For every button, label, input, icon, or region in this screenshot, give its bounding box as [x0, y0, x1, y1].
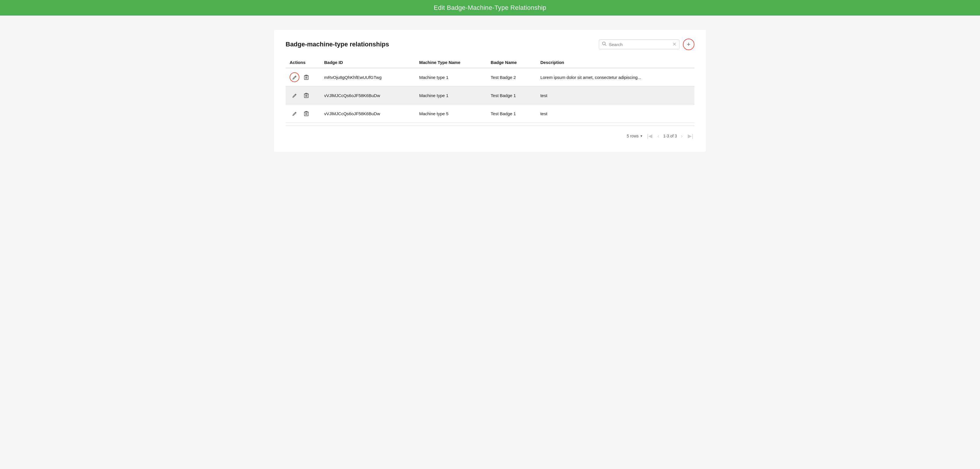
table-header-row: Badge-machine-type relationships ✕ + [286, 38, 694, 50]
col-badge-name: Badge Name [487, 57, 536, 68]
rows-per-page-selector[interactable]: 5 rows ▼ [627, 134, 643, 138]
col-badge-id: Badge ID [320, 57, 415, 68]
first-page-icon: |◀ [647, 133, 652, 139]
pencil-icon [293, 75, 297, 80]
trash-icon [304, 111, 309, 116]
table-column-headers: Actions Badge ID Machine Type Name Badge… [286, 57, 694, 68]
cell-description: test [536, 105, 694, 123]
add-relationship-button[interactable]: + [683, 38, 694, 50]
cell-machine-type-name: Machine type 1 [415, 68, 487, 86]
rows-dropdown-arrow-icon: ▼ [640, 134, 643, 138]
prev-page-button[interactable]: ‹ [656, 132, 660, 140]
cell-machine-type-name: Machine type 5 [415, 105, 487, 123]
cell-badge-name: Test Badge 2 [487, 68, 536, 86]
pencil-icon [293, 93, 297, 98]
actions-cell [286, 105, 320, 123]
cell-machine-type-name: Machine type 1 [415, 86, 487, 105]
search-clear-icon[interactable]: ✕ [673, 42, 676, 47]
table-section-title: Badge-machine-type relationships [286, 41, 389, 48]
first-page-button[interactable]: |◀ [646, 132, 654, 140]
actions-cell [286, 86, 320, 105]
search-wrapper: ✕ [599, 40, 679, 49]
cell-badge-name: Test Badge 1 [487, 105, 536, 123]
edit-button[interactable] [290, 72, 299, 82]
search-icon [602, 41, 606, 47]
main-content: Badge-machine-type relationships ✕ + Act… [274, 30, 706, 152]
table-controls: ✕ + [599, 38, 694, 50]
search-input[interactable] [609, 42, 670, 47]
cell-description: test [536, 86, 694, 105]
prev-page-icon: ‹ [657, 133, 659, 139]
trash-icon [304, 75, 309, 80]
table-row: mRvOju8gQhKhfEwUUfGTwgMachine type 1Test… [286, 68, 694, 86]
col-machine-type-name: Machine Type Name [415, 57, 487, 68]
table-row: vVJlMJCcQs6oJF58K6BuDwMachine type 5Test… [286, 105, 694, 123]
edit-button[interactable] [290, 108, 299, 118]
next-page-button[interactable]: › [680, 132, 684, 140]
last-page-icon: ▶| [688, 133, 693, 139]
delete-button[interactable] [304, 93, 309, 98]
last-page-button[interactable]: ▶| [687, 132, 694, 140]
page-title: Edit Badge-Machine-Type Relationship [434, 4, 546, 11]
col-actions: Actions [286, 57, 320, 68]
delete-button[interactable] [304, 111, 309, 116]
pencil-icon [293, 112, 297, 116]
cell-badge-name: Test Badge 1 [487, 86, 536, 105]
actions-cell [286, 68, 320, 86]
relationships-table: Actions Badge ID Machine Type Name Badge… [286, 57, 694, 123]
svg-line-1 [605, 45, 606, 46]
cell-description: Lorem ipsum dolor sit amet, consectetur … [536, 68, 694, 86]
page-header: Edit Badge-Machine-Type Relationship [0, 0, 980, 16]
cell-badge-id: mRvOju8gQhKhfEwUUfGTwg [320, 68, 415, 86]
trash-icon [304, 93, 309, 98]
table-row: vVJlMJCcQs6oJF58K6BuDwMachine type 1Test… [286, 86, 694, 105]
cell-badge-id: vVJlMJCcQs6oJF58K6BuDw [320, 86, 415, 105]
edit-button[interactable] [290, 91, 299, 100]
col-description: Description [536, 57, 694, 68]
rows-per-page-label: 5 rows [627, 134, 638, 138]
page-info: 1-3 of 3 [663, 134, 677, 138]
pagination-row: 5 rows ▼ |◀ ‹ 1-3 of 3 › ▶| [286, 126, 694, 140]
next-page-icon: › [681, 133, 682, 139]
delete-button[interactable] [304, 75, 309, 80]
cell-badge-id: vVJlMJCcQs6oJF58K6BuDw [320, 105, 415, 123]
plus-icon: + [687, 41, 690, 48]
